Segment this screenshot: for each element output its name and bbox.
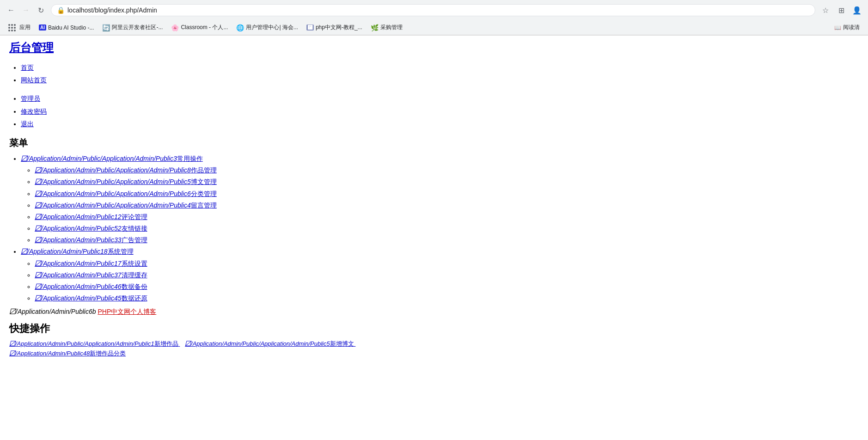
bookmark-baidu-label: Baidu AI Studio -...: [48, 24, 94, 31]
profile-button[interactable]: 👤: [850, 4, 863, 17]
reload-button[interactable]: ↻: [34, 4, 47, 17]
ads-mgmt-path: 〼/Application/Admin/Public33: [35, 236, 122, 244]
bookmark-php-label: php中文网-教程_...: [316, 24, 362, 31]
website-home-link[interactable]: 网站首页: [21, 76, 47, 84]
collections-button[interactable]: ⊞: [835, 4, 848, 17]
ads-mgmt-link[interactable]: 〼/Application/Admin/Public33广告管理: [35, 236, 147, 244]
works-mgmt-label: 作品管理: [191, 166, 217, 174]
change-password-link-text: 修改密码: [21, 108, 47, 115]
nav-links-list: 首页 网站首页: [9, 62, 407, 86]
category-mgmt-label: 分类管理: [191, 190, 217, 197]
comment-mgmt-link[interactable]: 〼/Application/Admin/Public12评论管理: [35, 213, 147, 220]
add-work-path: 〼/Application/Admin/Public/Application/A…: [9, 340, 154, 347]
bookmark-purchase-icon: 🌿: [371, 24, 379, 31]
list-item: 〼/Application/Admin/Public/Application/A…: [35, 188, 407, 200]
bookmark-purchase[interactable]: 🌿 采购管理: [367, 22, 406, 33]
toolbar-icons: ☆ ⊞ 👤: [819, 4, 863, 17]
apps-button[interactable]: 应用: [5, 22, 34, 33]
logout-link-text: 退出: [21, 120, 34, 128]
restore-label: 数据还原: [122, 294, 147, 302]
bookmark-php[interactable]: 🅿 php中文网-教程_...: [303, 22, 366, 33]
backup-path: 〼/Application/Admin/Public46: [35, 283, 122, 290]
logout-link[interactable]: 退出: [21, 120, 34, 128]
footer-site-link-text: PHP中文网个人博客: [98, 308, 156, 315]
apps-grid-icon: [8, 24, 16, 31]
category-mgmt-path: 〼/Application/Admin/Public/Application/A…: [35, 190, 191, 197]
bookmark-user-center-label: 用户管理中心| 海会...: [246, 24, 298, 31]
footer-path: 〼/Application/Admin/Public6b: [9, 308, 96, 315]
comment-mgmt-path: 〼/Application/Admin/Public12: [35, 213, 122, 220]
friend-links-link[interactable]: 〼/Application/Admin/Public52友情链接: [35, 225, 147, 232]
sys-mgmt-sublist: 〼/Application/Admin/Public17系统设置 〼/Appli…: [21, 258, 407, 305]
common-ops-label: 常用操作: [177, 155, 203, 162]
site-title-link[interactable]: 后台管理: [9, 41, 54, 54]
site-title[interactable]: 后台管理: [9, 40, 407, 55]
works-mgmt-path: 〼/Application/Admin/Public/Application/A…: [35, 166, 191, 174]
star-button[interactable]: ☆: [819, 4, 832, 17]
add-blog-path: 〼/Application/Admin/Public/Application/A…: [185, 340, 330, 347]
message-mgmt-path: 〼/Application/Admin/Public/Application/A…: [35, 202, 191, 209]
browser-chrome: ← → ↻ 🔒 localhost/blog/index.php/Admin ☆…: [0, 0, 868, 36]
common-ops-sublist: 〼/Application/Admin/Public/Application/A…: [21, 165, 407, 246]
bookmark-user-center[interactable]: 🌐 用户管理中心| 海会...: [232, 22, 301, 33]
works-mgmt-link[interactable]: 〼/Application/Admin/Public/Application/A…: [35, 166, 217, 174]
ads-mgmt-label: 广告管理: [122, 236, 147, 244]
sys-settings-label: 系统设置: [122, 260, 147, 267]
blog-mgmt-link[interactable]: 〼/Application/Admin/Public/Application/A…: [35, 178, 217, 185]
home-link[interactable]: 首页: [21, 64, 34, 71]
list-item: 〼/Application/Admin/Public45数据还原: [35, 293, 407, 304]
footer-site-link[interactable]: PHP中文网个人博客: [98, 308, 156, 315]
message-mgmt-link[interactable]: 〼/Application/Admin/Public/Application/A…: [35, 202, 217, 209]
clear-cache-link[interactable]: 〼/Application/Admin/Public37清理缓存: [35, 271, 147, 279]
list-item: 〼/Application/Admin/Public/Application/A…: [35, 176, 407, 188]
page-content: 后台管理 首页 网站首页 管理员 修改密码 退出: [0, 36, 416, 363]
lock-icon: 🔒: [57, 6, 65, 14]
bookmark-classroom[interactable]: 🌸 Classroom - 个人...: [167, 22, 232, 33]
bookmark-aliyun-icon: 🔄: [102, 24, 110, 31]
back-button[interactable]: ←: [5, 4, 18, 17]
blog-mgmt-path: 〼/Application/Admin/Public/Application/A…: [35, 178, 191, 185]
browser-toolbar: ← → ↻ 🔒 localhost/blog/index.php/Admin ☆…: [0, 0, 868, 20]
list-item: 〼/Application/Admin/Public46数据备份: [35, 281, 407, 293]
sys-mgmt-link[interactable]: 〼/Application/Admin/Public18系统管理: [21, 248, 134, 255]
add-blog-label: 新增博文: [330, 340, 354, 347]
sys-settings-link[interactable]: 〼/Application/Admin/Public17系统设置: [35, 260, 147, 267]
reading-mode-button[interactable]: 📖 阅读清: [831, 22, 863, 33]
admin-link-text: 管理员: [21, 95, 40, 102]
nav-buttons: ← → ↻: [5, 4, 47, 17]
add-work-link[interactable]: 〼/Application/Admin/Public/Application/A…: [9, 340, 180, 347]
list-item: 退出: [21, 118, 407, 130]
list-item: 〼/Application/Admin/Public37清理缓存: [35, 269, 407, 281]
bookmark-aliyun[interactable]: 🔄 阿里云开发者社区-...: [98, 22, 166, 33]
sys-mgmt-path: 〼/Application/Admin/Public18: [21, 248, 108, 255]
add-blog-link[interactable]: 〼/Application/Admin/Public/Application/A…: [185, 340, 355, 347]
message-mgmt-label: 留言管理: [191, 202, 217, 209]
common-ops-link[interactable]: 〼/Application/Admin/Public/Application/A…: [21, 155, 203, 162]
restore-link[interactable]: 〼/Application/Admin/Public45数据还原: [35, 294, 147, 302]
list-item: 〼/Application/Admin/Public/Application/A…: [21, 153, 407, 246]
forward-button[interactable]: →: [19, 4, 32, 17]
list-item: 〼/Application/Admin/Public/Application/A…: [35, 165, 407, 176]
friend-links-label: 友情链接: [122, 225, 147, 232]
admin-link[interactable]: 管理员: [21, 95, 40, 102]
bookmark-classroom-label: Classroom - 个人...: [181, 24, 228, 31]
category-mgmt-link[interactable]: 〼/Application/Admin/Public/Application/A…: [35, 190, 217, 197]
common-ops-path: 〼/Application/Admin/Public/Application/A…: [21, 155, 177, 162]
add-work-label: 新增作品: [154, 340, 178, 347]
sys-mgmt-label: 系统管理: [108, 248, 134, 255]
friend-links-path: 〼/Application/Admin/Public52: [35, 225, 122, 232]
menu-section-title: 菜单: [9, 137, 407, 149]
list-item: 〼/Application/Admin/Public/Application/A…: [35, 200, 407, 211]
address-bar[interactable]: 🔒 localhost/blog/index.php/Admin: [51, 4, 815, 16]
change-password-link[interactable]: 修改密码: [21, 108, 47, 115]
footer-link-line: 〼/Application/Admin/Public6b PHP中文网个人博客: [9, 308, 407, 316]
list-item: 〼/Application/Admin/Public18系统管理 〼/Appli…: [21, 246, 407, 304]
admin-links-list: 管理员 修改密码 退出: [9, 93, 407, 130]
add-category-link[interactable]: 〼/Application/Admin/Public48新增作品分类: [9, 350, 126, 357]
backup-link[interactable]: 〼/Application/Admin/Public46数据备份: [35, 283, 147, 290]
sys-settings-path: 〼/Application/Admin/Public17: [35, 260, 122, 267]
list-item: 〼/Application/Admin/Public17系统设置: [35, 258, 407, 269]
bookmark-purchase-label: 采购管理: [380, 24, 403, 31]
bookmark-baidu[interactable]: AI Baidu AI Studio -...: [35, 23, 98, 32]
blog-mgmt-label: 博文管理: [191, 178, 217, 185]
